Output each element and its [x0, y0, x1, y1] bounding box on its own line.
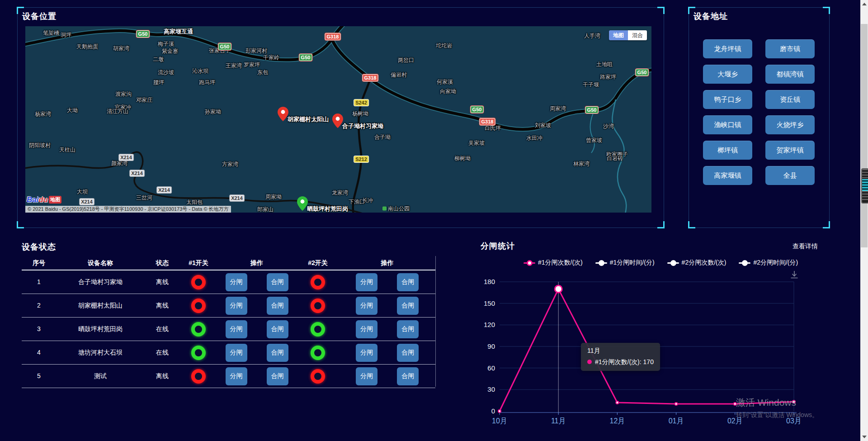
map-place-label: 土地咀: [596, 61, 613, 68]
road-badge-g318: G318: [325, 33, 341, 40]
panel-device-address: 设备地址 龙舟坪镇磨市镇大堰乡都镇湾镇鸭子口乡资丘镇渔峡口镇火烧坪乡榔坪镇贺家坪…: [689, 7, 830, 228]
switch2-operation-cell: 分闸合闸: [339, 318, 435, 341]
address-button[interactable]: 都镇湾镇: [765, 65, 815, 84]
open-switch-button[interactable]: 分闸: [356, 273, 377, 291]
switch2-indicator-cell: [297, 341, 339, 365]
map-place-label: 坨坨岩: [436, 42, 452, 50]
baidu-map-badge: 地图: [49, 196, 61, 204]
address-button[interactable]: 渔峡口镇: [703, 115, 752, 134]
road-badge-g318: G318: [363, 74, 378, 81]
switch1-led-red: [191, 369, 206, 384]
tooltip-series-value: #1分闸次数/(次): 170: [595, 358, 654, 365]
map-place-label: 向家坳: [440, 88, 456, 95]
map-place-label: 胡家湾: [113, 45, 129, 52]
svg-text:01月: 01月: [669, 417, 684, 425]
open-switch-button[interactable]: 分闸: [226, 344, 247, 362]
corner-decoration: [657, 7, 665, 14]
close-switch-button[interactable]: 合闸: [267, 367, 288, 385]
view-details-link[interactable]: 查看详情: [793, 242, 818, 251]
legend-marker-icon: [524, 261, 535, 266]
switch1-indicator-cell: [180, 318, 217, 341]
switch2-indicator-cell: [297, 294, 339, 318]
corner-decoration: [823, 7, 830, 14]
scroll-up-arrow-icon[interactable]: [862, 3, 867, 5]
map-type-map-button[interactable]: 地图: [609, 30, 628, 40]
switch1-operation-cell: 分闸合闸: [217, 294, 297, 318]
address-button[interactable]: 大堰乡: [703, 65, 752, 84]
corner-decoration: [17, 221, 24, 228]
device-status-section: 设备状态 序号设备名称状态#1开关操作#2开关操作1合子坳村习家坳离线分闸合闸分…: [22, 240, 438, 391]
map-place-label: 曾家坡: [586, 137, 602, 144]
address-button[interactable]: 榔坪镇: [703, 141, 752, 160]
map-place-label: 沙湾: [603, 123, 614, 130]
map-place-label: 紫金寨: [162, 47, 178, 55]
open-switch-button[interactable]: 分闸: [226, 297, 247, 315]
map-place-label: 笔架槽: [43, 29, 59, 37]
open-switch-button[interactable]: 分闸: [356, 297, 377, 315]
baidu-map[interactable]: 笔架槽洞坪天鹅抱蛋胡家湾高家堰互通梅子溪紫金寨二墩流沙坡沁水坝张家台子彭家河村千…: [25, 26, 651, 213]
close-switch-button[interactable]: 合闸: [267, 344, 288, 362]
address-button[interactable]: 龙舟坪镇: [703, 39, 752, 58]
map-place-label: 人手湾: [584, 32, 600, 40]
open-switch-button[interactable]: 分闸: [356, 367, 377, 385]
switch2-led-red: [311, 299, 325, 313]
address-button[interactable]: 资丘镇: [765, 90, 815, 109]
panel-device-location: 设备位置 笔架槽洞坪天鹅抱蛋胡家湾高家堰互通梅子溪紫金寨二墩流沙坡沁水坝张家台子…: [17, 7, 664, 228]
road-badge-g50: G50: [218, 43, 231, 50]
legend-item[interactable]: #1分闸次数/(次): [524, 259, 583, 267]
open-switch-button[interactable]: 分闸: [226, 273, 247, 291]
scroll-down-arrow-icon[interactable]: [862, 436, 867, 438]
close-switch-button[interactable]: 合闸: [267, 297, 288, 315]
map-place-label: 吴家坡: [468, 139, 485, 147]
close-switch-button[interactable]: 合闸: [267, 273, 288, 291]
close-switch-button[interactable]: 合闸: [397, 320, 419, 338]
legend-label: #2分闸次数/(次): [682, 259, 726, 267]
map-type-toggle: 地图 混合: [609, 30, 647, 40]
close-switch-button[interactable]: 合闸: [397, 344, 419, 362]
address-button[interactable]: 高家堰镇: [703, 166, 752, 185]
map-type-hybrid-button[interactable]: 混合: [628, 30, 647, 40]
status-cell: 离线: [145, 365, 180, 388]
map-place-label: 阴阳坡村: [29, 142, 51, 149]
road-badge-s212: S212: [354, 156, 369, 163]
open-switch-button[interactable]: 分闸: [356, 344, 377, 362]
address-button[interactable]: 贺家坪镇: [765, 141, 815, 160]
close-switch-button[interactable]: 合闸: [397, 273, 419, 291]
map-place-label: 郎家山: [257, 206, 274, 213]
open-switch-button[interactable]: 分闸: [226, 367, 247, 385]
road-badge-g50: G50: [585, 106, 599, 114]
legend-label: #2分闸时间/(分): [753, 259, 798, 267]
legend-item[interactable]: #2分闸时间/(分): [739, 259, 798, 267]
close-switch-button[interactable]: 合闸: [397, 297, 419, 315]
open-switch-button[interactable]: 分闸: [356, 320, 377, 338]
device-name-cell: 测试: [56, 365, 145, 388]
tooltip-month: 11月: [587, 347, 654, 355]
open-switch-button[interactable]: 分闸: [226, 320, 247, 338]
map-marker-label: 晒鼓坪村荒田岗: [307, 205, 348, 213]
switch2-led-red: [311, 369, 325, 384]
legend-item[interactable]: #2分闸次数/(次): [667, 259, 726, 267]
window-scrollbar[interactable]: [860, 0, 868, 441]
switch1-indicator-cell: [180, 294, 217, 318]
chart-legend: #1分闸次数/(次)#1分闸时间/(分)#2分闸次数/(次)#2分闸时间/(分): [524, 259, 798, 267]
close-switch-button[interactable]: 合闸: [397, 367, 419, 385]
address-button[interactable]: 磨市镇: [765, 39, 815, 58]
close-switch-button[interactable]: 合闸: [267, 320, 288, 338]
map-place-label: 梅子溪: [158, 40, 174, 48]
map-place-label: 二墩: [153, 56, 164, 63]
map-place-label: 南山公园: [382, 205, 410, 213]
map-place-label: 白岩砖: [607, 155, 623, 162]
scrollbar-thumb[interactable]: [861, 24, 868, 247]
address-button[interactable]: 鸭子口乡: [703, 90, 752, 109]
legend-item[interactable]: #1分闸时间/(分): [595, 259, 655, 267]
table-header-cell: 设备名称: [56, 256, 145, 270]
address-button[interactable]: 火烧坪乡: [765, 115, 815, 134]
device-name-cell: 胡家棚村太阳山: [56, 294, 145, 318]
map-place-label: 何家溪: [437, 78, 453, 86]
device-name-cell: 合子坳村习家坳: [56, 270, 145, 294]
switch2-indicator-cell: [297, 270, 339, 294]
address-button[interactable]: 全县: [765, 166, 815, 185]
switch2-operation-cell: 分闸合闸: [339, 341, 435, 365]
switch1-operation-cell: 分闸合闸: [217, 318, 297, 341]
map-place-label: 水田冲: [526, 134, 542, 142]
